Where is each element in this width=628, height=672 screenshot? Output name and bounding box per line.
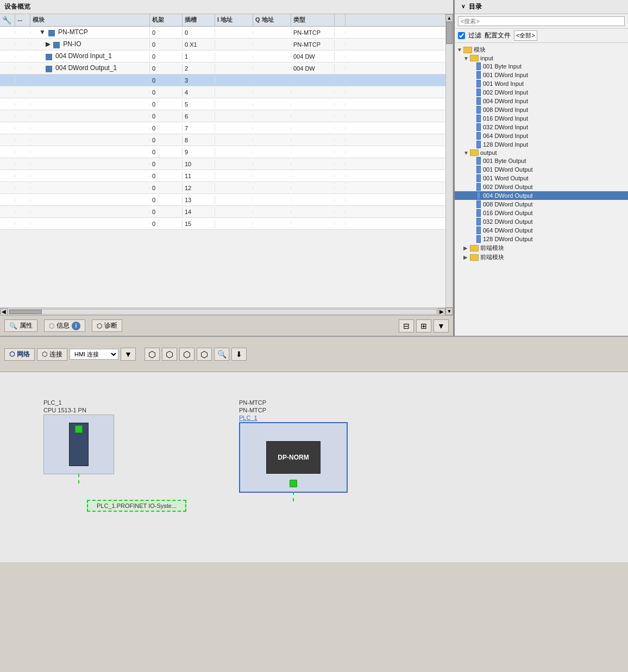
tree-module-item[interactable]: 002 DWord Input	[455, 88, 628, 97]
table-row[interactable]: ▼ PN-MTCP 0 0 PN-MTCP	[0, 27, 445, 39]
tree-module-item[interactable]: 001 Byte Input	[455, 62, 628, 71]
scroll-track-vert[interactable]	[445, 22, 453, 307]
connection-button[interactable]: ⬡ 连接	[37, 348, 67, 361]
table-row[interactable]: 0 11	[0, 170, 445, 182]
row-type-cell: 004 DW	[291, 52, 335, 61]
scroll-left-arrow[interactable]: ◀	[0, 308, 8, 316]
hmi-connection-select[interactable]: HMI 连接	[70, 349, 118, 360]
table-row[interactable]: 0 15	[0, 218, 445, 230]
catalog-title: ∨ 目录	[455, 0, 628, 14]
tree-module-item[interactable]: 128 DWord Output	[455, 235, 628, 243]
vertical-scrollbar[interactable]: ▲ ▼	[445, 14, 453, 315]
tree-frontend-folder[interactable]: ▶ 前端模块	[455, 253, 628, 262]
plc-device[interactable]: PLC_1 CPU 1513-1 PN	[43, 399, 114, 474]
tree-module-item[interactable]: 008 DWord Output	[455, 200, 628, 209]
catalog-search-input[interactable]	[458, 16, 625, 26]
pn-link-label[interactable]: PLC_1	[239, 414, 348, 421]
module-chip-icon	[476, 62, 481, 70]
network-line-container[interactable]: PLC_1.PROFINET IO-Syste...	[87, 500, 186, 512]
table-row[interactable]: 0 13	[0, 194, 445, 206]
module-chip-icon	[476, 89, 481, 96]
tree-module-item[interactable]: 004 DWord Input	[455, 97, 628, 105]
device-icon-3[interactable]: ⬡	[179, 348, 194, 361]
table-row[interactable]: 0 12	[0, 182, 445, 194]
table-row[interactable]: 0 6	[0, 110, 445, 122]
tile-view-icon[interactable]: ⊞	[416, 319, 431, 332]
table-row[interactable]: 0 9	[0, 146, 445, 158]
table-row[interactable]: 0 3	[0, 74, 445, 86]
table-row[interactable]: 004 DWord Output_1 0 2 004 DW	[0, 62, 445, 74]
split-view-icon[interactable]: ⊟	[399, 319, 414, 332]
tree-module-item[interactable]: 032 DWord Input	[455, 123, 628, 131]
pn-device[interactable]: PN-MTCP PN-MTCP PLC_1 DP-NORM	[239, 399, 348, 493]
catalog-collapse-arrow[interactable]: ∨	[459, 3, 467, 11]
tree-module-item[interactable]: 064 DWord Output	[455, 226, 628, 235]
tree-module-item[interactable]: 064 DWord Input	[455, 131, 628, 140]
table-row[interactable]: 004 DWord Input_1 0 1 004 DW	[0, 51, 445, 62]
dropdown-arrow-icon[interactable]: ▼	[121, 348, 136, 361]
scroll-thumb-vert[interactable]	[446, 22, 453, 44]
tree-root-modules[interactable]: ▼ 模块	[455, 45, 628, 54]
tree-module-item[interactable]: 001 Word Output	[455, 174, 628, 183]
row-status-cell	[15, 32, 30, 34]
row-extra-cell	[335, 175, 346, 177]
diagnostics-button[interactable]: ⬡ 诊断	[92, 319, 122, 332]
tree-module-item[interactable]: 004 DWord Output	[455, 191, 628, 200]
row-extra-cell	[335, 115, 346, 117]
row-qaddr-cell	[253, 199, 291, 201]
tree-folder-item[interactable]: ▼ input	[455, 54, 628, 62]
tree-module-item[interactable]: 016 DWord Output	[455, 209, 628, 217]
scroll-up-arrow[interactable]: ▲	[445, 14, 453, 22]
scroll-thumb[interactable]	[9, 310, 42, 314]
view-options-icon[interactable]: ▼	[434, 319, 449, 332]
tree-module-item[interactable]: 001 DWord Output	[455, 165, 628, 174]
row-iaddr-cell	[215, 139, 253, 141]
tree-module-item[interactable]: 008 DWord Input	[455, 105, 628, 114]
plc-device-box[interactable]	[43, 414, 114, 474]
filter-checkbox[interactable]	[458, 32, 465, 39]
scroll-down-arrow[interactable]: ▼	[445, 307, 453, 315]
row-qaddr-cell	[253, 43, 291, 46]
row-indicator-cell	[0, 55, 15, 58]
tree-module-item[interactable]: 002 DWord Output	[455, 183, 628, 191]
tree-folder-item[interactable]: ▶ 前端模块	[455, 243, 628, 253]
row-name-text: PN-MTCP	[58, 28, 88, 36]
info-badge-icon: i	[72, 322, 80, 330]
properties-button[interactable]: 🔍 属性	[4, 319, 37, 332]
tree-module-item[interactable]: 001 DWord Input	[455, 71, 628, 79]
network-button[interactable]: ⬡ 网络	[4, 348, 35, 361]
scroll-track[interactable]	[9, 309, 437, 315]
pn-device-box[interactable]: DP-NORM	[239, 422, 348, 493]
tree-module-item[interactable]: 016 DWord Input	[455, 114, 628, 123]
zoom-in-icon[interactable]: 🔍	[214, 348, 229, 361]
device-toolbar: 🔍 属性 ⬡ 信息 i ⬡ 诊断 ⊟ ⊞ ▼	[0, 315, 453, 336]
device-icon-1[interactable]: ⬡	[145, 348, 160, 361]
download-icon[interactable]: ⬇	[231, 348, 247, 361]
table-row[interactable]: 0 14	[0, 206, 445, 218]
catalog-title-text: 目录	[469, 2, 482, 11]
tree-folder-item[interactable]: ▼ output	[455, 149, 628, 156]
table-row[interactable]: 0 7	[0, 122, 445, 134]
row-slot-cell: 3	[183, 76, 215, 85]
tree-module-item[interactable]: 001 Word Input	[455, 79, 628, 88]
tree-module-item[interactable]: 001 Byte Output	[455, 156, 628, 165]
horizontal-scrollbar[interactable]: ◀ ▶	[0, 307, 445, 315]
device-icon-2[interactable]: ⬡	[162, 348, 177, 361]
tree-module-item[interactable]: 128 DWord Input	[455, 140, 628, 149]
scroll-right-arrow[interactable]: ▶	[438, 308, 445, 316]
table-row[interactable]: 0 8	[0, 134, 445, 146]
pn-name-label: PN-MTCP	[239, 399, 348, 406]
table-row[interactable]: ▶ PN-IO 0 0 X1 PN-MTCP	[0, 39, 445, 51]
info-button[interactable]: ⬡ 信息 i	[44, 319, 85, 332]
fe-folder-icon	[470, 254, 479, 261]
table-row[interactable]: 0 5	[0, 98, 445, 110]
row-indicator-cell	[0, 175, 15, 177]
device-icon-4[interactable]: ⬡	[197, 348, 212, 361]
tree-module-item[interactable]: 032 DWord Output	[455, 217, 628, 226]
row-indicator-cell	[0, 187, 15, 189]
table-row[interactable]: 0 10	[0, 158, 445, 170]
config-value[interactable]: <全部>	[514, 30, 537, 41]
plc-type-label: CPU 1513-1 PN	[43, 407, 114, 413]
table-row[interactable]: 0 4	[0, 86, 445, 98]
tree-module-label: 004 DWord Input	[483, 98, 528, 104]
